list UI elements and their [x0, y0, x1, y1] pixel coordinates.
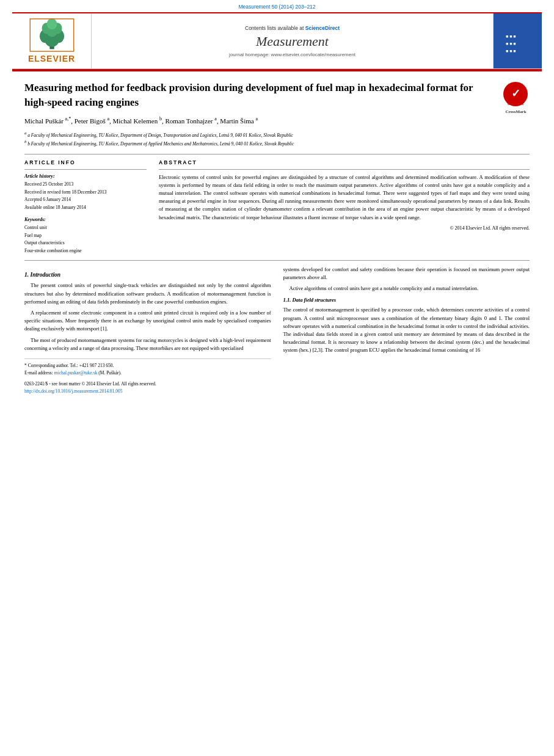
author-tonhajzer: Roman Tonhajzer a, — [165, 117, 220, 125]
abstract-divider — [159, 169, 530, 170]
header-right-decoration: ■ ■ ■ ■ ■ ■ ■ ■ ■ — [500, 23, 536, 59]
svg-text:■ ■ ■: ■ ■ ■ — [506, 49, 516, 53]
affil-a-text: a Faculty of Mechanical Engineering, TU … — [27, 132, 293, 137]
keyword-2: Output characteristics — [24, 239, 147, 247]
section1-heading: 1. Introduction — [24, 271, 271, 280]
author-kelemen: Michal Kelemen b, — [113, 117, 166, 125]
body-right-column: systems developed for comfort and safety… — [283, 266, 530, 395]
footer-doi-line: http://dx.doi.org/10.1016/j.measurement.… — [24, 388, 271, 395]
elsevier-brand-text: ELSEVIER — [28, 54, 75, 64]
author-bigos: Peter Bigoš a, — [75, 117, 113, 125]
footnote-email-label: E-mail address: — [24, 370, 53, 376]
keywords-label: Keywords: — [24, 217, 147, 222]
svg-point-7 — [46, 18, 57, 29]
section1-para2: A replacement of some electronic compone… — [24, 309, 271, 333]
section1-right-para2: Active algorithms of control units have … — [283, 285, 530, 293]
affiliations: a a Faculty of Mechanical Engineering, T… — [24, 130, 530, 148]
article-title-text: Measuring method for feedback provision … — [24, 82, 473, 108]
footnote-star-line: * Corresponding author. Tel.: +421 907 2… — [24, 362, 271, 369]
abstract-column: ABSTRACT Electronic systems of control u… — [159, 159, 530, 255]
date-online: Available online 18 January 2014 — [24, 204, 147, 212]
abstract-text: Electronic systems of control units for … — [159, 173, 530, 222]
section1-right-para1: systems developed for comfort and safety… — [283, 266, 530, 282]
page: Measurement 50 (2014) 203–212 ELSEVIER — [0, 0, 554, 756]
footnote-email-suffix: (M. Puškár). — [98, 370, 122, 376]
header-center: Contents lists available at ScienceDirec… — [92, 13, 493, 68]
body-columns: 1. Introduction The present control unit… — [24, 266, 530, 395]
affiliation-b: b b Faculty of Mechanical Engineering, T… — [24, 139, 530, 148]
authors-line: Michal Puškár a,*, Peter Bigoš a, Michal… — [24, 116, 530, 126]
keyword-3: Four-stroke combustion engine — [24, 247, 147, 255]
keyword-0: Control unit — [24, 224, 147, 232]
date-received: Received 25 October 2013 — [24, 181, 147, 189]
footer-doi-link[interactable]: http://dx.doi.org/10.1016/j.measurement.… — [24, 388, 122, 394]
elsevier-icon-right: ■ ■ ■ ■ ■ ■ ■ ■ ■ — [503, 26, 533, 56]
contents-available-text: Contents lists available at — [245, 25, 304, 31]
footer-issn-line: 0263-2241/$ - see front matter © 2014 El… — [24, 380, 271, 388]
body-left-column: 1. Introduction The present control unit… — [24, 266, 271, 395]
crossmark-label: CrossMark — [502, 109, 530, 115]
article-title: Measuring method for feedback provision … — [24, 81, 530, 110]
info-abstract-divider — [24, 154, 530, 154]
date-revised: Received in revised form 18 December 201… — [24, 189, 147, 197]
elsevier-logo: ELSEVIER — [12, 13, 92, 68]
svg-text:✓: ✓ — [511, 87, 520, 100]
footnote-star-text: * Corresponding author. Tel.: +421 907 2… — [24, 363, 114, 368]
info-abstract-row: ARTICLE INFO Article history: Received 2… — [24, 159, 530, 255]
article-dates: Received 25 October 2013 Received in rev… — [24, 181, 147, 212]
date-accepted: Accepted 6 January 2014 — [24, 196, 147, 204]
crossmark-icon: ✓ CrossMark — [502, 81, 530, 108]
subsection11-para1: The control of motormanagement is specif… — [283, 306, 530, 354]
svg-text:CrossMark: CrossMark — [508, 102, 523, 106]
crossmark-badge[interactable]: ✓ CrossMark CrossMark — [502, 81, 530, 108]
section1-para3: The most of produced motormanagement sys… — [24, 336, 271, 352]
footer-issn-text: 0263-2241/$ - see front matter © 2014 El… — [24, 381, 156, 387]
journal-reference: Measurement 50 (2014) 203–212 — [0, 0, 554, 12]
author-puskar: Michal Puškár a,*, — [24, 117, 75, 125]
footnote-email-link[interactable]: michal.puskar@tuke.sk — [54, 370, 98, 376]
main-content: Measuring method for feedback provision … — [0, 71, 554, 401]
svg-text:■ ■ ■: ■ ■ ■ — [506, 34, 516, 38]
journal-title: Measurement — [256, 34, 329, 49]
sciencedirect-link[interactable]: ScienceDirect — [305, 25, 340, 31]
article-info-column: ARTICLE INFO Article history: Received 2… — [24, 159, 147, 255]
journal-ref-text: Measurement 50 (2014) 203–212 — [238, 4, 315, 10]
journal-homepage: journal homepage: www.elsevier.com/locat… — [229, 52, 355, 57]
subsection11-heading: 1.1. Data field structures — [283, 296, 530, 304]
keyword-1: Fuel map — [24, 232, 147, 240]
body-divider — [24, 260, 530, 261]
sciencedirect-line: Contents lists available at ScienceDirec… — [245, 25, 340, 31]
article-info-label: ARTICLE INFO — [24, 159, 147, 165]
keywords-list: Control unit Fuel map Output characteris… — [24, 224, 147, 255]
affiliation-a: a a Faculty of Mechanical Engineering, T… — [24, 130, 530, 139]
elsevier-tree-icon — [27, 18, 76, 52]
copyright-text: © 2014 Elsevier Ltd. All rights reserved… — [159, 225, 530, 231]
affil-b-text: b Faculty of Mechanical Engineering, TU … — [27, 141, 294, 147]
journal-header: ELSEVIER Contents lists available at Sci… — [12, 12, 542, 69]
header-right-block: ■ ■ ■ ■ ■ ■ ■ ■ ■ — [493, 13, 542, 68]
footnote-area: * Corresponding author. Tel.: +421 907 2… — [24, 358, 271, 395]
footnote-email-line: E-mail address: michal.puskar@tuke.sk (M… — [24, 369, 271, 377]
svg-text:■ ■ ■: ■ ■ ■ — [506, 42, 516, 46]
author-sima: Martin Šima a — [220, 117, 258, 125]
section1-para1: The present control units of powerful si… — [24, 282, 271, 306]
info-divider — [24, 169, 147, 170]
abstract-label: ABSTRACT — [159, 159, 530, 165]
article-history-label: Article history: — [24, 173, 147, 179]
